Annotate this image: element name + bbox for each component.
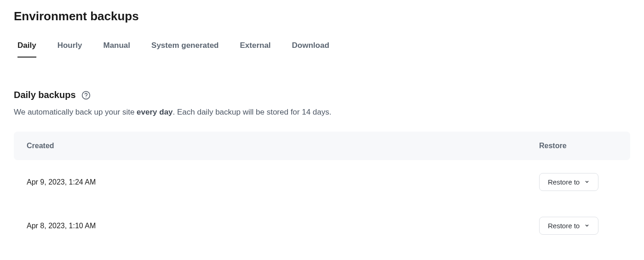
backups-table: Created Restore Apr 9, 2023, 1:24 AM Res… [14,132,630,248]
cell-restore: Restore to [539,217,617,235]
tab-hourly[interactable]: Hourly [58,41,82,58]
table-row: Apr 9, 2023, 1:24 AM Restore to [14,160,630,204]
col-header-restore: Restore [539,142,617,150]
description-pre: We automatically back up your site [14,108,137,116]
table-header: Created Restore [14,132,630,160]
tab-manual[interactable]: Manual [103,41,130,58]
description-bold: every day [137,108,172,116]
tab-external[interactable]: External [240,41,271,58]
restore-to-button[interactable]: Restore to [539,217,598,235]
cell-created: Apr 8, 2023, 1:10 AM [27,222,539,230]
tab-daily[interactable]: Daily [17,41,36,58]
help-icon[interactable] [81,91,91,100]
restore-to-button[interactable]: Restore to [539,173,598,191]
section-header: Daily backups [14,90,630,100]
col-header-created: Created [27,142,539,150]
table-row: Apr 8, 2023, 1:10 AM Restore to [14,204,630,248]
cell-restore: Restore to [539,173,617,191]
section-description: We automatically back up your site every… [14,108,630,117]
cell-created: Apr 9, 2023, 1:24 AM [27,178,539,186]
svg-point-1 [86,97,86,97]
restore-to-label: Restore to [548,178,580,186]
tab-system-generated[interactable]: System generated [151,41,218,58]
section-title: Daily backups [14,90,76,100]
tab-list: Daily Hourly Manual System generated Ext… [14,41,630,58]
page-title: Environment backups [14,9,630,23]
restore-to-label: Restore to [548,222,580,230]
chevron-down-icon [584,222,590,230]
tab-download[interactable]: Download [292,41,329,58]
description-post: . Each daily backup will be stored for 1… [173,108,332,116]
svg-point-0 [82,91,90,99]
chevron-down-icon [584,178,590,186]
